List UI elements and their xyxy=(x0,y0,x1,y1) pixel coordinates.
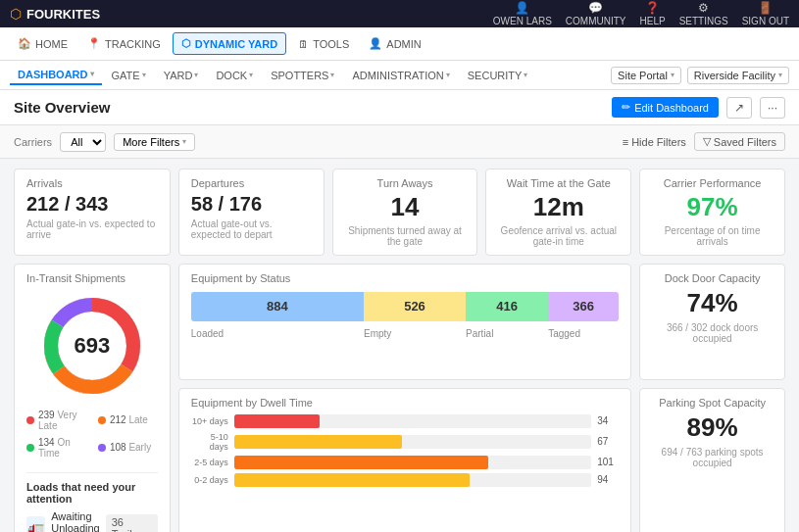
arrivals-value: 212 / 343 xyxy=(26,193,158,215)
filter-icon: ≡ xyxy=(623,136,628,148)
logo-icon: ⬡ xyxy=(10,6,22,22)
dwell-label-0: 10+ days xyxy=(191,416,228,426)
sub-nav-dashboard[interactable]: DASHBOARD ▾ xyxy=(10,66,102,85)
transit-total: 693 xyxy=(75,333,111,359)
transit-title: In-Transit Shipments xyxy=(26,272,158,284)
sub-nav-yard[interactable]: YARD ▾ xyxy=(156,67,207,84)
more-filters-button[interactable]: More Filters ▾ xyxy=(114,133,195,151)
status-loaded: 884 xyxy=(191,292,364,321)
home-icon: 🏠 xyxy=(18,37,31,50)
logo-text: FOURKITES xyxy=(26,7,100,22)
chevron-down-icon: ▾ xyxy=(249,71,253,79)
nav-tracking[interactable]: 📍 TRACKING xyxy=(79,33,169,54)
header-actions: ✏ Edit Dashboard ↗ ··· xyxy=(612,97,785,119)
dwell-bar-wrap-3 xyxy=(234,473,591,487)
sub-nav-spotters[interactable]: SPOTTERS ▾ xyxy=(263,67,342,84)
nav-settings[interactable]: ⚙ SETTINGS xyxy=(679,1,728,26)
sub-nav-right: Site Portal ▾ Riverside Facility ▾ xyxy=(611,67,789,84)
saved-filters-button[interactable]: ▽ Saved Filters xyxy=(694,132,785,151)
dwell-row-5to10: 5-10 days 67 xyxy=(191,432,619,452)
hide-filters-button[interactable]: ≡ Hide Filters xyxy=(623,136,686,148)
more-options-button[interactable]: ··· xyxy=(760,97,785,119)
admin-icon: 👤 xyxy=(369,37,382,50)
chevron-down-icon: ▾ xyxy=(778,71,782,79)
page-title: Site Overview xyxy=(14,99,110,116)
site-portal-select[interactable]: Site Portal ▾ xyxy=(611,67,681,84)
nav-sign-out[interactable]: 🚪 SIGN OUT xyxy=(742,1,789,26)
carrier-perf-card: Carrier Performance 97% Percentage of on… xyxy=(639,169,785,256)
edit-dashboard-button[interactable]: ✏ Edit Dashboard xyxy=(612,97,719,118)
parking-sub: 694 / 763 parking spots occupied xyxy=(652,447,773,468)
nav-help[interactable]: ❓ HELP xyxy=(640,1,666,26)
arrivals-sub: Actual gate-in vs. expected to arrive xyxy=(26,218,158,240)
sub-nav: DASHBOARD ▾ GATE ▾ YARD ▾ DOCK ▾ SPOTTER… xyxy=(0,61,799,90)
donut-container: 693 xyxy=(26,292,158,400)
nav-community[interactable]: 💬 COMMUNITY xyxy=(566,1,626,26)
share-button[interactable]: ↗ xyxy=(726,97,752,119)
turn-aways-card: Turn Aways 14 Shipments turned away at t… xyxy=(332,169,478,256)
page-header: Site Overview ✏ Edit Dashboard ↗ ··· xyxy=(0,90,799,125)
wait-time-value: 12m xyxy=(498,193,619,221)
attention-title: Loads that need your attention xyxy=(26,481,158,505)
dwell-label-1: 5-10 days xyxy=(191,432,228,452)
sub-nav-security[interactable]: SECURITY ▾ xyxy=(460,67,536,84)
departures-card: Departures 58 / 176 Actual gate-out vs. … xyxy=(178,169,325,256)
nav-owen-lars[interactable]: 👤 OWEN LARS xyxy=(493,1,552,26)
dwell-bar-0 xyxy=(234,414,320,428)
parking-title: Parking Spot Capacity xyxy=(652,397,773,409)
departures-title: Departures xyxy=(191,177,312,189)
dwell-bar-wrap-1 xyxy=(234,435,591,449)
arrivals-card: Arrivals 212 / 343 Actual gate-in vs. ex… xyxy=(14,169,171,256)
late-dot xyxy=(98,416,106,424)
user-icon: 👤 xyxy=(515,1,529,15)
wait-time-title: Wait Time at the Gate xyxy=(498,177,619,189)
funnel-icon: ▽ xyxy=(703,135,711,148)
dwell-bar-3 xyxy=(234,473,470,487)
carrier-perf-value: 97% xyxy=(652,193,773,221)
nav-admin[interactable]: 👤 ADMIN xyxy=(361,33,428,54)
dwell-row-0to2: 0-2 days 94 xyxy=(191,473,619,487)
nav-tools[interactable]: 🗓 TOOLS xyxy=(290,34,357,54)
dwell-val-3: 94 xyxy=(597,474,619,485)
transit-card: In-Transit Shipments xyxy=(14,264,171,532)
early-dot xyxy=(98,444,106,452)
attention-section: Loads that need your attention 🚛 Awaitin… xyxy=(26,472,158,532)
chevron-down-icon: ▾ xyxy=(524,71,527,79)
status-empty-label: Empty xyxy=(364,325,466,339)
nav-home[interactable]: 🏠 HOME xyxy=(10,33,75,54)
carrier-select[interactable]: All xyxy=(60,132,106,152)
status-labels: Loaded Empty Partial Tagged xyxy=(191,325,619,339)
dock-sub: 366 / 302 dock doors occupied xyxy=(652,322,773,344)
sub-nav-left: DASHBOARD ▾ GATE ▾ YARD ▾ DOCK ▾ SPOTTER… xyxy=(10,66,535,85)
chevron-down-icon: ▾ xyxy=(446,71,450,79)
share-icon: ↗ xyxy=(734,101,744,115)
sub-nav-administration[interactable]: ADMINISTRATION ▾ xyxy=(344,67,457,84)
dock-title: Dock Door Capacity xyxy=(652,272,773,284)
carrier-perf-title: Carrier Performance xyxy=(652,177,773,189)
settings-icon: ⚙ xyxy=(698,1,709,15)
status-tagged-label: Tagged xyxy=(548,325,619,339)
dwell-bar-wrap-0 xyxy=(234,414,591,428)
carrier-perf-sub: Percentage of on time arrivals xyxy=(652,225,773,247)
chevron-down-icon: ▾ xyxy=(330,71,334,79)
sub-nav-dock[interactable]: DOCK ▾ xyxy=(208,67,261,84)
dwell-val-1: 67 xyxy=(597,436,619,447)
legend-very-late: 239 Very Late xyxy=(26,410,86,431)
nav-dynamic-yard[interactable]: ⬡ DYNAMIC YARD xyxy=(173,32,286,55)
parking-value: 89% xyxy=(652,412,773,443)
turn-aways-title: Turn Aways xyxy=(345,177,466,189)
facility-select[interactable]: Riverside Facility ▾ xyxy=(687,67,789,84)
edit-icon: ✏ xyxy=(622,101,630,114)
status-loaded-label: Loaded xyxy=(191,325,364,339)
dwell-bar-wrap-2 xyxy=(234,456,591,469)
dashboard: Arrivals 212 / 343 Actual gate-in vs. ex… xyxy=(0,159,799,532)
wait-time-card: Wait Time at the Gate 12m Geofence arriv… xyxy=(485,169,631,256)
status-partial-label: Partial xyxy=(466,325,548,339)
parking-capacity-card: Parking Spot Capacity 89% 694 / 763 park… xyxy=(639,388,785,532)
equipment-status-card: Equipment by Status 884 526 416 366 Load… xyxy=(178,264,631,380)
turn-aways-sub: Shipments turned away at the gate xyxy=(345,225,466,247)
sign-out-icon: 🚪 xyxy=(758,1,773,15)
dwell-row-2to5: 2-5 days 101 xyxy=(191,456,619,469)
sub-nav-gate[interactable]: GATE ▾ xyxy=(104,67,154,84)
chevron-down-icon: ▾ xyxy=(194,71,198,79)
